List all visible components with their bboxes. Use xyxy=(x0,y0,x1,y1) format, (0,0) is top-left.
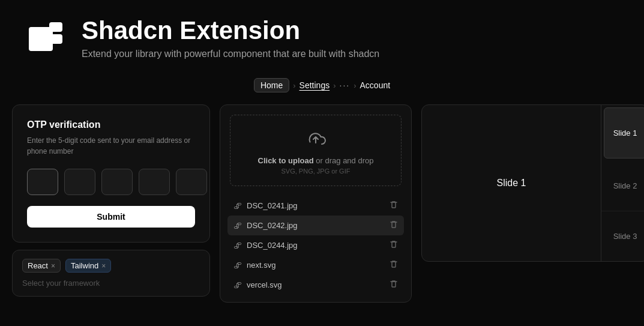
breadcrumb-account: Account xyxy=(360,80,391,90)
paperclip-icon-4: 🖇 xyxy=(233,261,242,270)
file-item-5: 🖇 vercel.svg xyxy=(227,275,404,295)
upload-card: Click to upload or drag and drop SVG, PN… xyxy=(220,104,412,303)
paperclip-icon-5: 🖇 xyxy=(233,280,242,290)
otp-inputs xyxy=(27,169,195,195)
framework-selector: React × Tailwind × Select your framework xyxy=(12,250,210,297)
tag-react-label: React xyxy=(28,261,48,270)
breadcrumb-ellipsis[interactable]: ··· xyxy=(340,80,351,90)
breadcrumb-sep-3: › xyxy=(354,81,356,90)
file-item-3: 🖇 DSC_0244.jpg xyxy=(227,235,404,255)
file-name-2: DSC_0242.jpg xyxy=(247,221,298,230)
slide-nav-3-label: Slide 3 xyxy=(613,232,637,241)
app-title: Shadcn Extension xyxy=(82,17,379,44)
submit-button[interactable]: Submit xyxy=(27,206,195,228)
app-subtitle: Extend your library with powerful compon… xyxy=(82,47,379,61)
upload-text: Click to upload or drag and drop xyxy=(240,156,391,165)
app-icon xyxy=(24,17,67,61)
tag-react: React × xyxy=(22,259,61,273)
paperclip-icon-2: 🖇 xyxy=(233,221,242,231)
otp-title: OTP verification xyxy=(27,119,195,130)
file-delete-3[interactable] xyxy=(390,240,398,250)
file-item-1-left: 🖇 DSC_0241.jpg xyxy=(233,201,298,211)
otp-input-1[interactable] xyxy=(27,169,58,195)
file-name-5: vercel.svg xyxy=(247,280,282,289)
slide-nav-1[interactable]: Slide 1 xyxy=(604,107,644,158)
paperclip-icon-1: 🖇 xyxy=(233,201,242,211)
upload-cloud-icon xyxy=(240,130,391,150)
file-item-1: 🖇 DSC_0241.jpg xyxy=(227,196,404,216)
file-delete-2[interactable] xyxy=(390,220,398,231)
header-text: Shadcn Extension Extend your library wit… xyxy=(82,17,379,61)
breadcrumb: Home › Settings › ··· › Account xyxy=(0,73,644,104)
file-item-5-left: 🖇 vercel.svg xyxy=(233,280,282,290)
file-name-3: DSC_0244.jpg xyxy=(247,241,298,250)
upload-hint: SVG, PNG, JPG or GIF xyxy=(240,168,391,175)
tags-row: React × Tailwind × xyxy=(22,259,200,273)
svg-rect-1 xyxy=(49,22,62,32)
tag-tailwind-close[interactable]: × xyxy=(101,262,106,270)
upload-zone[interactable]: Click to upload or drag and drop SVG, PN… xyxy=(230,115,402,186)
file-name-1: DSC_0241.jpg xyxy=(247,201,298,210)
file-list: 🖇 DSC_0241.jpg 🖇 DSC_0242.jpg xyxy=(220,196,411,302)
file-item-3-left: 🖇 DSC_0244.jpg xyxy=(233,241,298,250)
file-delete-5[interactable] xyxy=(390,280,398,290)
upload-drag-text: or drag and drop xyxy=(316,156,373,165)
svg-rect-2 xyxy=(49,34,62,44)
file-delete-1[interactable] xyxy=(390,201,398,211)
paperclip-icon-3: 🖇 xyxy=(233,241,242,250)
otp-input-3[interactable] xyxy=(101,169,133,195)
file-delete-4[interactable] xyxy=(390,260,398,270)
otp-input-2[interactable] xyxy=(64,169,95,195)
file-item-4-left: 🖇 next.svg xyxy=(233,261,275,270)
otp-input-4[interactable] xyxy=(139,169,170,195)
breadcrumb-sep-1: › xyxy=(293,81,295,90)
slider-card: Slide 1 Slide 1 Slide 2 Slide 3 xyxy=(421,104,644,262)
left-column: OTP verification Enter the 5-digit code … xyxy=(12,104,210,297)
otp-input-5[interactable] xyxy=(176,169,207,195)
breadcrumb-settings[interactable]: Settings xyxy=(299,80,330,90)
slide-navigation: Slide 1 Slide 2 Slide 3 xyxy=(601,105,644,261)
framework-placeholder[interactable]: Select your framework xyxy=(22,279,200,288)
slide-nav-1-label: Slide 1 xyxy=(613,128,637,137)
tag-tailwind-label: Tailwind xyxy=(71,261,98,270)
header: Shadcn Extension Extend your library wit… xyxy=(0,0,644,73)
slide-nav-2-label: Slide 2 xyxy=(613,181,637,190)
slide-main-view: Slide 1 xyxy=(422,105,601,261)
file-name-4: next.svg xyxy=(247,261,275,270)
slide-nav-2[interactable]: Slide 2 xyxy=(601,161,644,211)
file-item-2: 🖇 DSC_0242.jpg xyxy=(227,216,404,235)
slide-nav-3[interactable]: Slide 3 xyxy=(601,211,644,261)
otp-card: OTP verification Enter the 5-digit code … xyxy=(12,104,210,243)
upload-click-text: Click to upload xyxy=(258,156,314,165)
main-content: OTP verification Enter the 5-digit code … xyxy=(0,104,644,303)
breadcrumb-sep-2: › xyxy=(333,81,336,90)
slide-main-label: Slide 1 xyxy=(497,178,526,189)
otp-description: Enter the 5-digit code sent to your emai… xyxy=(27,135,195,157)
file-item-2-left: 🖇 DSC_0242.jpg xyxy=(233,221,298,231)
tag-react-close[interactable]: × xyxy=(51,262,55,270)
file-item-4: 🖇 next.svg xyxy=(227,255,404,275)
breadcrumb-home[interactable]: Home xyxy=(254,78,289,92)
tag-tailwind: Tailwind × xyxy=(65,259,111,273)
